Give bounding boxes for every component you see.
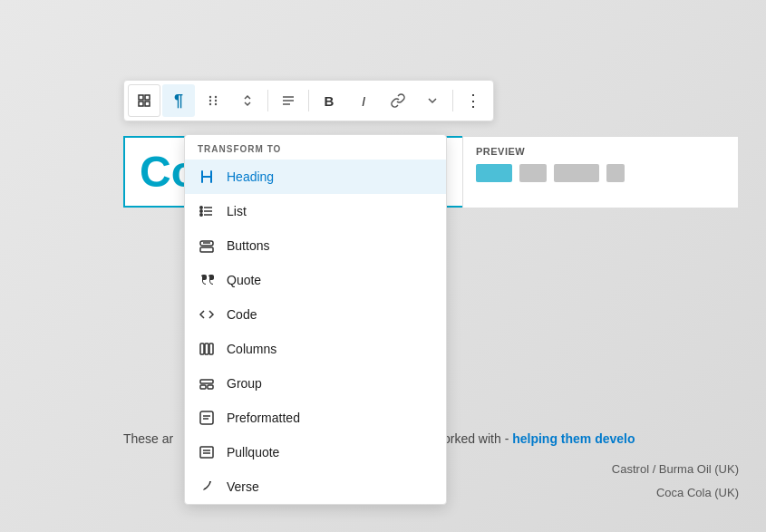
transform-item-preformatted[interactable]: Preformatted xyxy=(185,401,446,435)
preview-label: PREVIEW xyxy=(476,146,725,157)
editor-toolbar: ¶ xyxy=(123,80,494,121)
svg-rect-28 xyxy=(200,411,213,424)
svg-rect-22 xyxy=(200,343,204,354)
transform-item-quote[interactable]: Quote xyxy=(185,263,446,297)
transform-header: TRANSFORM TO xyxy=(185,135,446,160)
svg-rect-3 xyxy=(145,102,150,106)
svg-point-7 xyxy=(215,100,217,102)
verse-icon xyxy=(198,478,216,496)
block-type-button[interactable] xyxy=(128,84,160,117)
preformatted-icon xyxy=(198,409,216,427)
move-button[interactable] xyxy=(231,84,264,117)
transform-group-label: Group xyxy=(227,376,262,391)
drag-handle-button[interactable] xyxy=(197,84,229,117)
italic-button[interactable]: I xyxy=(347,84,380,117)
company-list: Castrol / Burma Oil (UK) Coca Cola (UK) xyxy=(612,458,739,505)
transform-dropdown: TRANSFORM TO Heading xyxy=(184,134,447,505)
preview-panel: PREVIEW xyxy=(462,136,739,208)
svg-point-8 xyxy=(209,103,211,105)
svg-point-16 xyxy=(200,207,202,208)
preview-block-4 xyxy=(606,164,625,182)
svg-rect-24 xyxy=(209,343,213,354)
transform-item-list[interactable]: List xyxy=(185,194,446,228)
svg-point-4 xyxy=(209,96,211,98)
svg-point-9 xyxy=(215,103,217,105)
svg-point-17 xyxy=(200,210,202,212)
svg-point-18 xyxy=(200,214,202,216)
transform-item-pullquote[interactable]: Pullquote xyxy=(185,435,446,469)
transform-code-label: Code xyxy=(227,307,257,322)
transform-item-buttons[interactable]: Buttons xyxy=(185,228,446,263)
more-text-button[interactable] xyxy=(416,84,449,117)
divider-2 xyxy=(308,90,309,111)
transform-pullquote-label: Pullquote xyxy=(227,445,279,459)
svg-rect-26 xyxy=(200,385,206,389)
list-icon xyxy=(198,202,216,220)
preview-block-1 xyxy=(476,164,512,182)
svg-rect-0 xyxy=(139,95,143,100)
svg-point-6 xyxy=(209,100,211,102)
svg-rect-25 xyxy=(200,380,213,383)
more-options-button[interactable]: ⋮ xyxy=(457,84,490,117)
transform-item-verse[interactable]: Verse xyxy=(185,469,446,504)
transform-quote-label: Quote xyxy=(227,273,261,287)
svg-rect-23 xyxy=(205,343,208,354)
transform-heading-label: Heading xyxy=(227,169,274,184)
highlight-text: helping them develo xyxy=(512,431,635,446)
quote-icon xyxy=(198,271,216,289)
svg-rect-27 xyxy=(208,385,213,389)
svg-rect-31 xyxy=(200,447,213,458)
pullquote-icon xyxy=(198,443,216,461)
transform-verse-label: Verse xyxy=(227,479,259,494)
buttons-icon xyxy=(198,237,216,255)
paragraph-button[interactable]: ¶ xyxy=(162,84,195,117)
preview-block-3 xyxy=(554,164,599,182)
company-1: Castrol / Burma Oil (UK) xyxy=(612,458,739,481)
preview-content xyxy=(476,164,725,182)
svg-rect-2 xyxy=(139,102,143,106)
svg-rect-1 xyxy=(145,95,150,100)
transform-item-group[interactable]: Group xyxy=(185,366,446,401)
code-icon xyxy=(198,305,216,324)
transform-columns-label: Columns xyxy=(227,342,276,356)
transform-list-label: List xyxy=(227,204,247,218)
align-button[interactable] xyxy=(272,84,305,117)
svg-point-5 xyxy=(215,96,217,98)
columns-icon xyxy=(198,340,216,358)
transform-buttons-label: Buttons xyxy=(227,238,269,253)
transform-item-columns[interactable]: Columns xyxy=(185,332,446,366)
heading-icon xyxy=(198,168,216,186)
divider-1 xyxy=(267,90,268,111)
transform-preformatted-label: Preformatted xyxy=(227,411,300,425)
transform-item-heading[interactable]: Heading xyxy=(185,160,446,194)
group-icon xyxy=(198,374,216,392)
svg-rect-20 xyxy=(200,247,213,252)
transform-item-code[interactable]: Code xyxy=(185,297,446,332)
company-2: Coca Cola (UK) xyxy=(612,481,739,505)
body-text-partial: These ar xyxy=(123,431,173,446)
bold-button[interactable]: B xyxy=(313,84,345,117)
link-button[interactable] xyxy=(382,84,414,117)
divider-3 xyxy=(452,90,453,111)
preview-block-2 xyxy=(519,164,547,182)
